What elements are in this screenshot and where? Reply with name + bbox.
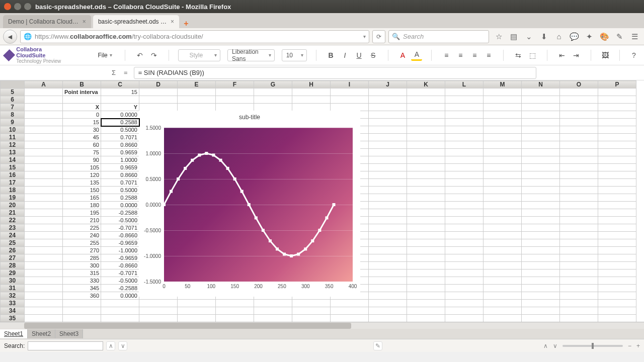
row-header[interactable]: 9 (1, 119, 25, 126)
find-input[interactable] (28, 341, 103, 350)
cell[interactable] (407, 277, 445, 285)
cell[interactable]: -0.7071 (101, 269, 139, 277)
cell[interactable]: -0.9659 (101, 239, 139, 247)
cell[interactable] (331, 300, 369, 307)
highlight-color-button[interactable]: A (411, 50, 422, 61)
cell[interactable]: 255 (63, 239, 101, 247)
cell[interactable] (292, 104, 331, 111)
cell[interactable] (598, 217, 636, 224)
cell[interactable]: -0.8660 (101, 232, 139, 239)
cell[interactable] (598, 111, 636, 119)
window-maximize-icon[interactable] (24, 3, 31, 10)
browser-tab-active[interactable]: basic-spreadsheet.ods … × (93, 15, 179, 28)
cell[interactable] (407, 202, 445, 209)
cell[interactable] (560, 187, 598, 194)
bold-button[interactable]: B (326, 50, 337, 61)
cell[interactable] (407, 232, 445, 239)
cell[interactable] (369, 254, 407, 262)
cell[interactable] (484, 134, 522, 141)
cell[interactable] (522, 209, 560, 217)
italic-button[interactable]: I (340, 50, 351, 61)
cell[interactable] (445, 179, 484, 187)
cell[interactable]: -0.9659 (101, 254, 139, 262)
cell[interactable]: 210 (63, 217, 101, 224)
cell[interactable] (25, 277, 63, 285)
redo-button[interactable]: ↷ (148, 50, 159, 61)
indent-decrease-button[interactable]: ⇤ (556, 50, 568, 61)
cell[interactable] (407, 300, 445, 307)
column-header[interactable]: G (254, 81, 292, 88)
cell[interactable] (25, 187, 63, 194)
cell[interactable] (292, 307, 331, 315)
cell[interactable] (407, 104, 445, 111)
cell[interactable] (484, 111, 522, 119)
cell[interactable] (522, 126, 560, 134)
cell[interactable]: 15 (101, 88, 139, 96)
cell[interactable] (445, 269, 484, 277)
cell[interactable] (331, 104, 369, 111)
cell[interactable] (216, 104, 254, 111)
font-color-button[interactable]: A (397, 50, 408, 61)
cell[interactable] (445, 239, 484, 247)
library-icon[interactable]: ▤ (509, 32, 518, 41)
cell[interactable]: 135 (63, 179, 101, 187)
cell[interactable] (292, 300, 331, 307)
align-right-button[interactable]: ≡ (469, 50, 480, 61)
bookmark-star-icon[interactable]: ☆ (494, 32, 503, 41)
cell[interactable] (101, 300, 139, 307)
cell[interactable] (369, 277, 407, 285)
cell[interactable] (560, 262, 598, 269)
cell[interactable] (101, 96, 139, 104)
cell[interactable] (407, 217, 445, 224)
row-header[interactable]: 35 (1, 315, 25, 322)
cell[interactable] (369, 202, 407, 209)
cell[interactable] (560, 269, 598, 277)
insert-image-button[interactable]: 🖼 (600, 50, 610, 61)
cell[interactable] (407, 141, 445, 149)
cell[interactable] (598, 194, 636, 202)
cell[interactable] (560, 239, 598, 247)
cell[interactable]: 0 (63, 111, 101, 119)
cell[interactable] (254, 315, 292, 322)
column-header[interactable]: K (407, 81, 445, 88)
cell[interactable] (598, 149, 636, 156)
cell[interactable] (25, 285, 63, 292)
cell[interactable] (369, 285, 407, 292)
row-header[interactable]: 26 (1, 247, 25, 254)
pocket-icon[interactable]: ⌄ (524, 32, 533, 41)
downloads-icon[interactable]: ⬇ (539, 32, 548, 41)
strikethrough-button[interactable]: S (368, 50, 379, 61)
cell[interactable] (101, 307, 139, 315)
cell[interactable] (522, 111, 560, 119)
cell[interactable] (63, 300, 101, 307)
cell[interactable] (560, 149, 598, 156)
column-header[interactable]: N (522, 81, 560, 88)
row-header[interactable]: 8 (1, 111, 25, 119)
row-header[interactable]: 32 (1, 292, 25, 300)
row-header[interactable]: 31 (1, 285, 25, 292)
cell[interactable] (560, 126, 598, 134)
cell[interactable] (369, 111, 407, 119)
cell[interactable] (560, 285, 598, 292)
row-header[interactable]: 21 (1, 209, 25, 217)
row-header[interactable]: 16 (1, 171, 25, 179)
cell[interactable] (560, 88, 598, 96)
cell[interactable] (522, 156, 560, 164)
new-tab-button[interactable]: + (181, 19, 191, 28)
cell[interactable] (25, 232, 63, 239)
cell[interactable] (407, 149, 445, 156)
cell[interactable] (178, 88, 216, 96)
palette-icon[interactable]: 🎨 (600, 32, 609, 41)
cell[interactable]: 345 (63, 285, 101, 292)
cell[interactable] (522, 217, 560, 224)
cell[interactable]: Point interva (63, 88, 101, 96)
cell[interactable] (25, 292, 63, 300)
cell[interactable] (369, 164, 407, 171)
cell[interactable] (216, 300, 254, 307)
cell[interactable] (522, 104, 560, 111)
column-header[interactable]: P (598, 81, 636, 88)
cell[interactable]: 45 (63, 134, 101, 141)
cell[interactable] (407, 126, 445, 134)
cell[interactable] (25, 119, 63, 126)
cell[interactable] (254, 96, 292, 104)
